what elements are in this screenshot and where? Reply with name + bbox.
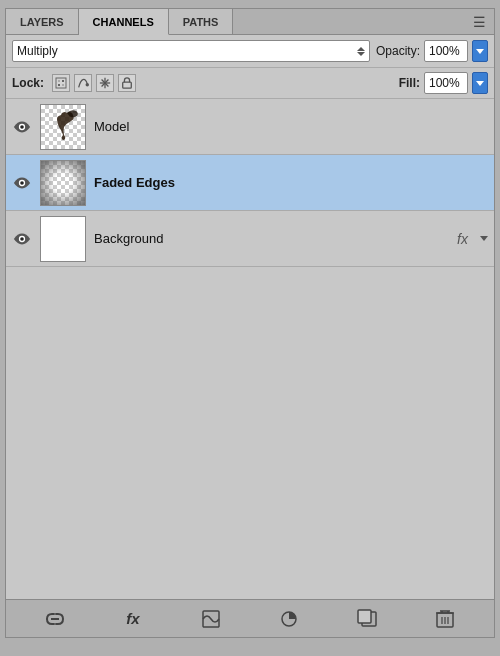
tab-paths[interactable]: PATHS (169, 9, 234, 34)
svg-rect-0 (56, 78, 66, 88)
new-fill-button[interactable] (273, 606, 305, 632)
layer-name-faded-edges: Faded Edges (94, 175, 488, 190)
layer-thumbnail-faded-edges (40, 160, 86, 206)
svg-rect-10 (123, 82, 132, 88)
layers-panel: LAYERS CHANNELS PATHS ☰ Multiply Opacity… (5, 8, 495, 638)
svg-point-14 (20, 181, 24, 185)
tab-bar: LAYERS CHANNELS PATHS ☰ (6, 9, 494, 35)
lock-position-button[interactable] (96, 74, 114, 92)
svg-point-16 (20, 237, 24, 241)
delete-layer-button[interactable] (429, 606, 461, 632)
blend-opacity-row: Multiply Opacity: 100% (6, 35, 494, 68)
fill-input[interactable]: 100% (424, 72, 468, 94)
blend-mode-spin[interactable] (357, 47, 365, 56)
layer-name-model: Model (94, 119, 488, 134)
svg-point-12 (20, 125, 24, 129)
fx-dropdown-arrow[interactable] (480, 236, 488, 241)
layer-thumbnail-background (40, 216, 86, 262)
svg-rect-3 (58, 84, 60, 86)
layer-model[interactable]: Model (6, 99, 494, 155)
opacity-dropdown[interactable] (472, 40, 488, 62)
svg-rect-1 (58, 80, 60, 82)
fill-dropdown[interactable] (472, 72, 488, 94)
opacity-input[interactable]: 100% (424, 40, 468, 62)
fx-button[interactable]: fx (117, 606, 149, 632)
tab-channels[interactable]: CHANNELS (79, 9, 169, 35)
layer-visibility-background[interactable] (12, 229, 32, 249)
layer-visibility-model[interactable] (12, 117, 32, 137)
blend-mode-select[interactable]: Multiply (12, 40, 370, 62)
layer-background[interactable]: Background fx (6, 211, 494, 267)
svg-rect-2 (62, 80, 64, 82)
layer-name-background: Background (94, 231, 449, 246)
lock-transparent-button[interactable] (52, 74, 70, 92)
svg-rect-21 (358, 610, 371, 623)
new-layer-button[interactable] (351, 606, 383, 632)
fill-area: Fill: 100% (399, 72, 488, 94)
opacity-row: Opacity: 100% (376, 40, 488, 62)
panel-menu-button[interactable]: ☰ (465, 9, 494, 34)
fx-indicator: fx (457, 231, 468, 247)
bottom-toolbar: fx (6, 599, 494, 637)
layer-faded-edges[interactable]: Faded Edges (6, 155, 494, 211)
new-adjustment-layer-button[interactable] (195, 606, 227, 632)
tab-layers[interactable]: LAYERS (6, 9, 79, 34)
svg-point-5 (86, 83, 89, 86)
layers-list: Model Faded Edges (6, 99, 494, 599)
layer-thumbnail-model (40, 104, 86, 150)
link-layers-button[interactable] (39, 606, 71, 632)
layer-visibility-faded-edges[interactable] (12, 173, 32, 193)
lock-all-button[interactable] (118, 74, 136, 92)
lock-image-pixels-button[interactable] (74, 74, 92, 92)
lock-fill-row: Lock: (6, 68, 494, 99)
svg-rect-4 (62, 84, 64, 86)
lock-icons (52, 74, 136, 92)
